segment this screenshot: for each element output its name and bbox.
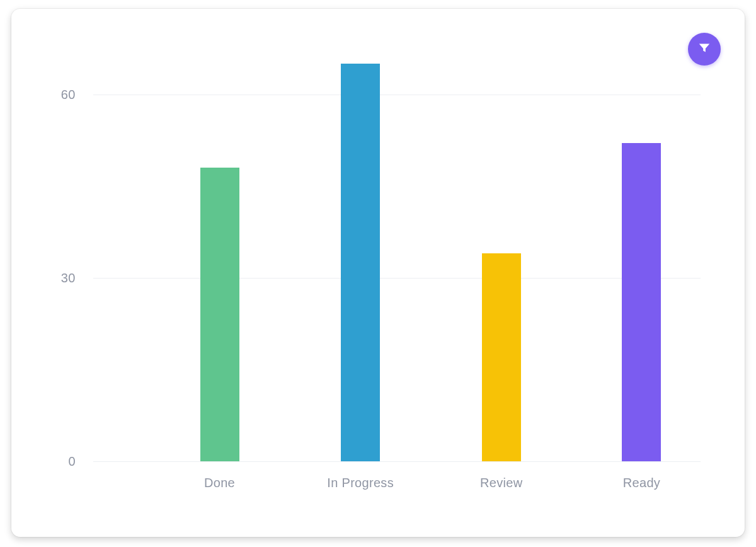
y-tick-label: 60 xyxy=(49,87,87,101)
x-tick-label: Done xyxy=(204,476,235,490)
gridline xyxy=(93,461,701,462)
y-tick-label: 30 xyxy=(49,270,87,285)
bar-chart: 03060 DoneIn ProgressReviewReady xyxy=(49,39,707,499)
plot-area xyxy=(93,45,701,461)
x-tick-label: Ready xyxy=(623,476,660,490)
y-tick-label: 0 xyxy=(49,454,87,469)
bar-done[interactable] xyxy=(200,168,239,461)
x-tick-label: In Progress xyxy=(327,476,394,490)
x-tick-label: Review xyxy=(480,476,522,490)
bar-in-progress[interactable] xyxy=(341,64,380,461)
chart-card: 03060 DoneIn ProgressReviewReady xyxy=(11,9,745,537)
bar-review[interactable] xyxy=(482,253,521,461)
bar-ready[interactable] xyxy=(622,143,661,461)
